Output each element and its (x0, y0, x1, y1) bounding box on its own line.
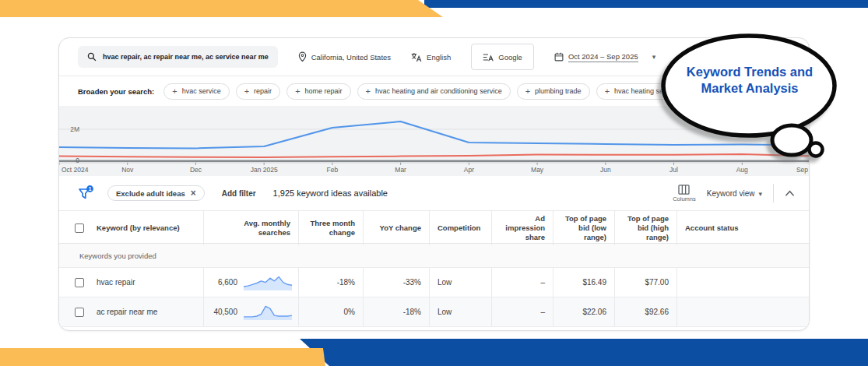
select-all-cell (59, 211, 89, 245)
sparkline (242, 274, 293, 291)
yoy-change-cell: -18% (363, 297, 429, 326)
divider (773, 184, 774, 202)
annotation-line-1: Keyword Trends and (667, 64, 832, 80)
search-network-icon (483, 53, 494, 62)
top-of-page-bid-low-cell: $16.49 (553, 268, 614, 297)
header-avg-monthly-searches[interactable]: Avg. monthly searches (203, 211, 298, 245)
keywords-search-input[interactable]: hvac repair, ac repair near me, ac servi… (78, 46, 278, 68)
broaden-chip[interactable]: hvac service (163, 83, 229, 100)
decor-bottom-orange-band (0, 348, 325, 366)
keyword-cell[interactable]: hvac repair (89, 268, 203, 297)
svg-text:Jan 2025: Jan 2025 (251, 166, 278, 174)
svg-text:Feb: Feb (327, 166, 339, 174)
broaden-chip-label: hvac service (182, 87, 221, 95)
broaden-chip[interactable]: hvac heating and air conditioning servic… (357, 83, 511, 100)
broaden-chip[interactable]: repair (236, 83, 280, 100)
date-range-selector[interactable]: Oct 2024 – Sep 2025 (554, 52, 655, 62)
keyword-view-dropdown[interactable]: Keyword view (707, 189, 762, 198)
decor-top-blue-bar (424, 0, 868, 8)
select-all-checkbox[interactable] (75, 223, 84, 233)
table-row: hvac repair6,600-18%-33%Low–$16.49$77.00 (59, 268, 809, 297)
table-header-row: Keyword (by relevance) Avg. monthly sear… (59, 211, 809, 244)
header-three-month-change[interactable]: Three month change (298, 211, 363, 245)
network-selector[interactable]: Google (471, 44, 534, 70)
plus-icon (525, 87, 530, 96)
competition-cell: Low (429, 268, 491, 297)
header-competition[interactable]: Competition (429, 211, 491, 245)
table-view-tools: Columns Keyword view (673, 184, 795, 202)
decor-top-orange-band (0, 0, 443, 17)
top-of-page-bid-high-cell: $77.00 (614, 268, 676, 297)
avg-monthly-searches-cell: 40,500 (203, 297, 298, 326)
header-yoy-change[interactable]: YoY change (363, 211, 429, 245)
columns-icon (678, 185, 690, 195)
row-checkbox[interactable] (75, 278, 84, 287)
header-top-of-page-bid-low[interactable]: Top of page bid (low range) (553, 211, 614, 245)
plus-icon (172, 87, 177, 96)
screenshot-root: hvac repair, ac repair near me, ac servi… (0, 0, 868, 366)
keyword-view-label: Keyword view (707, 189, 755, 198)
header-account-status[interactable]: Account status (676, 211, 809, 245)
calendar-icon (554, 52, 564, 62)
thought-bubble-shape (658, 31, 845, 171)
broaden-search-label: Broaden your search: (78, 87, 154, 96)
exclude-adult-ideas-chip[interactable]: Exclude adult ideas (107, 185, 205, 201)
date-range-label: Oct 2024 – Sep 2025 (568, 52, 638, 62)
annotation-line-2: Market Analysis (667, 80, 832, 97)
broaden-chip[interactable]: plumbing trade (517, 83, 590, 100)
avg-monthly-searches-cell: 6,600 (203, 268, 298, 297)
filter-funnel-button[interactable]: 1 (78, 185, 95, 201)
exclude-adult-ideas-label: Exclude adult ideas (116, 189, 185, 198)
keyword-ideas-count: 1,925 keyword ideas available (273, 188, 388, 198)
top-of-page-bid-high-cell: $92.66 (614, 297, 676, 326)
svg-text:Jun: Jun (600, 166, 611, 174)
keywords-provided-section-row: Keywords you provided (59, 244, 809, 268)
svg-text:Apr: Apr (464, 166, 474, 174)
keyword-cell[interactable]: ac repair near me (89, 297, 203, 326)
svg-text:2M: 2M (70, 125, 79, 133)
location-selector[interactable]: California, United States (298, 51, 391, 62)
three-month-change-cell: 0% (298, 297, 363, 326)
svg-text:0: 0 (76, 157, 79, 164)
header-keyword[interactable]: Keyword (by relevance) (89, 211, 203, 245)
collapse-chevron-up-button[interactable] (785, 190, 795, 197)
plus-icon (295, 87, 300, 96)
ad-impression-share-cell: – (491, 268, 553, 297)
broaden-chip[interactable]: home repair (286, 83, 350, 100)
broaden-chip-label: hvac heating and air conditioning servic… (375, 87, 502, 95)
account-status-cell (676, 268, 809, 297)
search-query-text: hvac repair, ac repair near me, ac servi… (103, 53, 269, 61)
language-selector[interactable]: English (411, 52, 451, 62)
filter-funnel-icon: 1 (78, 185, 95, 201)
top-of-page-bid-low-cell: $22.06 (553, 297, 614, 326)
annotation-thought-bubble: Keyword Trends and Market Analysis (658, 31, 845, 171)
plus-icon (605, 87, 610, 96)
svg-text:Nov: Nov (121, 166, 134, 174)
filter-toolbar: 1 Exclude adult ideas Add filter 1,925 k… (59, 176, 809, 211)
filter-count-badge: 1 (89, 186, 92, 192)
columns-button[interactable]: Columns (673, 185, 696, 202)
decor-bottom-blue-band (300, 339, 868, 366)
row-checkbox[interactable] (75, 308, 84, 317)
header-top-of-page-bid-high[interactable]: Top of page bid (high range) (614, 211, 676, 245)
header-ad-impression-share[interactable]: Ad impression share (491, 211, 553, 245)
broaden-chip-label: plumbing trade (535, 87, 582, 95)
search-icon (87, 52, 97, 62)
competition-cell: Low (429, 297, 491, 326)
three-month-change-cell: -18% (298, 268, 363, 297)
network-label: Google (498, 53, 522, 62)
svg-text:May: May (531, 166, 544, 174)
row-checkbox-cell (59, 268, 89, 297)
language-label: English (427, 53, 451, 62)
location-label: California, United States (311, 53, 391, 62)
svg-text:Oct 2024: Oct 2024 (61, 166, 89, 174)
table-row: ac repair near me40,5000%-18%Low–$22.06$… (59, 297, 809, 327)
avg-value: 40,500 (213, 308, 237, 316)
plus-icon (244, 87, 249, 96)
add-filter-button[interactable]: Add filter (222, 189, 256, 198)
sparkline (242, 304, 293, 321)
svg-text:Dec: Dec (190, 166, 202, 174)
avg-value: 6,600 (218, 278, 237, 287)
location-pin-icon (298, 51, 307, 62)
columns-label: Columns (673, 195, 696, 202)
